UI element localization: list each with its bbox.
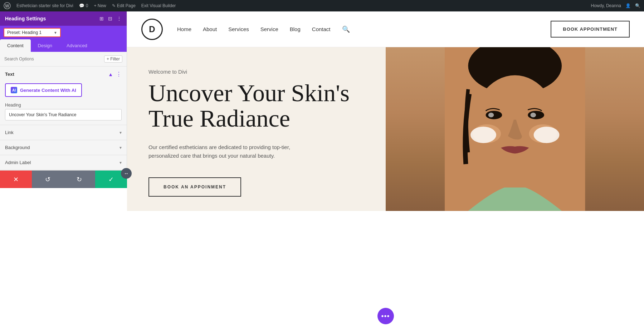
- background-section: Background ▾: [0, 140, 127, 155]
- search-bar: + Filter: [0, 52, 127, 66]
- hero-cta-button[interactable]: BOOK AN APPOINMENT: [148, 177, 241, 197]
- wp-logo-item[interactable]: W: [4, 2, 11, 9]
- panel-icon-columns[interactable]: ⊟: [108, 16, 112, 21]
- text-section-header[interactable]: Text ▲ ⋮: [0, 66, 127, 82]
- nav-services[interactable]: Services: [228, 26, 249, 32]
- tab-content[interactable]: Content: [0, 39, 31, 52]
- site-nav: Home About Services Service Blog: [177, 25, 551, 33]
- nav-search-icon[interactable]: 🔍: [342, 25, 350, 33]
- left-panel: Heading Settings ⊞ ⊟ ⋮ Preset: Heading 1…: [0, 11, 127, 170]
- generate-ai-button[interactable]: AI Generate Content With AI: [5, 83, 82, 97]
- tab-advanced[interactable]: Advanced: [59, 39, 94, 52]
- cancel-button[interactable]: ✕: [0, 171, 32, 188]
- preview-wrapper: D Home About Services Service: [127, 11, 644, 335]
- text-section: Text ▲ ⋮ AI Generate Content With AI Hea…: [0, 66, 127, 125]
- panel-header-icons: ⊞ ⊟ ⋮: [99, 16, 122, 21]
- tab-design[interactable]: Design: [31, 39, 59, 52]
- nav-contact[interactable]: Contact: [312, 26, 331, 32]
- nav-blog[interactable]: Blog: [290, 26, 301, 32]
- admin-label-chevron-icon: ▾: [119, 160, 122, 165]
- link-section-header[interactable]: Link ▾: [0, 125, 127, 140]
- link-chevron-icon: ▾: [119, 130, 122, 135]
- heading-input[interactable]: [5, 109, 122, 120]
- preview-area: D Home About Services Service: [127, 11, 644, 211]
- hero-heading: Uncover Your Skin's True Radiance: [148, 80, 364, 132]
- admin-label-section-header[interactable]: Admin Label ▾: [0, 155, 127, 170]
- exit-builder[interactable]: Exit Visual Builder: [141, 3, 176, 8]
- link-section-title: Link: [5, 130, 14, 135]
- panel-icon-grid[interactable]: ⊞: [99, 16, 104, 21]
- ai-icon: AI: [11, 87, 17, 93]
- svg-point-10: [530, 113, 536, 117]
- filter-button[interactable]: + Filter: [104, 55, 122, 63]
- chevron-down-icon: ▼: [54, 31, 57, 35]
- admin-bar: W Esthetician starter site for Divi 💬 0 …: [0, 0, 644, 11]
- preset-dropdown[interactable]: Preset: Heading 1 ▼: [4, 28, 61, 37]
- background-section-header[interactable]: Background ▾: [0, 140, 127, 155]
- float-dot-menu[interactable]: •••: [377, 308, 394, 324]
- section-more-icon[interactable]: ⋮: [116, 71, 122, 78]
- site-header: D Home About Services Service: [127, 11, 644, 47]
- panel-icon-more[interactable]: ⋮: [117, 16, 122, 21]
- panel-drag-handle[interactable]: ↔: [121, 168, 132, 179]
- edit-page[interactable]: ✎ Edit Page: [112, 3, 136, 8]
- svg-point-7: [486, 111, 502, 119]
- site-title[interactable]: Esthetician starter site for Divi: [16, 3, 73, 8]
- panel-header: Heading Settings ⊞ ⊟ ⋮: [0, 11, 127, 26]
- hero-description: Our certified estheticians are dedicated…: [148, 143, 292, 160]
- main-area: Heading Settings ⊞ ⊟ ⋮ Preset: Heading 1…: [0, 11, 644, 335]
- background-chevron-icon: ▾: [119, 145, 122, 150]
- text-section-title: Text: [5, 72, 14, 77]
- book-appointment-button[interactable]: BOOK APPOINTMENT: [551, 21, 630, 38]
- svg-point-12: [533, 127, 559, 143]
- comment-count[interactable]: 💬 0: [79, 3, 88, 8]
- section-collapse-icon[interactable]: ▲: [108, 72, 113, 77]
- panel-title: Heading Settings: [5, 16, 46, 21]
- redo-button[interactable]: ↻: [64, 171, 96, 188]
- undo-button[interactable]: ↺: [32, 171, 64, 188]
- nav-service[interactable]: Service: [260, 26, 278, 32]
- hero-content: Welcome to Divi Uncover Your Skin's True…: [148, 69, 364, 177]
- heading-label: Heading: [5, 103, 122, 108]
- admin-label-title: Admin Label: [5, 160, 31, 165]
- background-section-title: Background: [5, 145, 30, 150]
- hero-image: [386, 47, 644, 211]
- nav-about[interactable]: About: [203, 26, 217, 32]
- panel-tabs: Content Design Advanced: [0, 39, 127, 52]
- heading-field-group: Heading: [0, 101, 127, 125]
- admin-bar-right: Howdy, Deanna 👤 🔍: [591, 3, 641, 8]
- search-input[interactable]: [4, 56, 101, 61]
- admin-label-section: Admin Label ▾: [0, 155, 127, 170]
- hero-face-illustration: [386, 47, 644, 211]
- link-section: Link ▾: [0, 125, 127, 140]
- nav-home[interactable]: Home: [177, 26, 191, 32]
- preset-bar: Preset: Heading 1 ▼: [0, 26, 127, 39]
- svg-point-11: [470, 127, 496, 143]
- hero-left: Welcome to Divi Uncover Your Skin's True…: [127, 47, 386, 211]
- new-item[interactable]: + New: [94, 3, 106, 8]
- hero-welcome: Welcome to Divi: [148, 69, 364, 75]
- svg-text:W: W: [5, 4, 9, 9]
- hero-section: Welcome to Divi Uncover Your Skin's True…: [127, 47, 644, 211]
- panel-wrapper: Heading Settings ⊞ ⊟ ⋮ Preset: Heading 1…: [0, 11, 127, 335]
- site-logo: D: [141, 19, 163, 40]
- svg-point-9: [488, 113, 494, 117]
- bottom-toolbar: ✕ ↺ ↻ ✓: [0, 170, 127, 188]
- section-controls: ▲ ⋮: [108, 71, 122, 78]
